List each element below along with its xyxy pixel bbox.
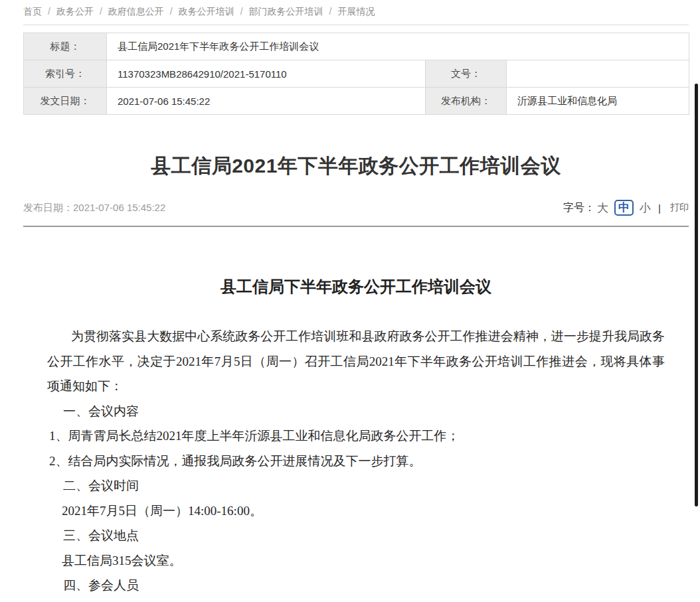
publish-date: 发布日期：2021-07-06 15:45:22 [23,202,165,214]
article-paragraph: 2021年7月5日（周一）14:00-16:00。 [47,498,665,524]
article-meta-row: 发布日期：2021-07-06 15:45:22 字号： 大 中 小 | 打印 [23,200,689,216]
font-size-controls: 字号： 大 中 小 | 打印 [563,200,689,216]
doc-number-label: 文号： [426,60,507,88]
publisher-value: 沂源县工业和信息化局 [507,88,689,115]
article-paragraph: 政务公开工作牵头科室负责同志，各科室科长及相关工作人员。 [47,598,665,602]
font-size-medium-button[interactable]: 中 [614,200,634,216]
breadcrumb-separator: / [329,6,332,17]
title-value: 县工信局2021年下半年政务公开工作培训会议 [107,33,689,60]
article-paragraph: 县工信局315会议室。 [47,548,665,573]
issue-date-value: 2021-07-06 15:45:22 [107,88,426,115]
doc-number-value [507,60,689,88]
breadcrumb-item-5[interactable]: 开展情况 [337,6,375,17]
font-size-label: 字号： [563,201,595,215]
scrollbar-thumb[interactable] [695,84,698,506]
breadcrumb-separator: / [240,6,243,17]
article-paragraph: 一、会议内容 [47,399,665,424]
meta-row-index: 索引号： 11370323MB28642910/2021-5170110 文号： [24,60,689,88]
article-paragraph: 四、参会人员 [47,573,665,598]
breadcrumb-separator: / [100,6,102,17]
font-size-small-button[interactable]: 小 [640,200,651,216]
breadcrumb-item-1[interactable]: 政务公开 [56,6,94,17]
index-number-value: 11370323MB28642910/2021-5170110 [107,60,426,88]
controls-divider: | [658,202,661,214]
meta-row-title: 标题： 县工信局2021年下半年政务公开工作培训会议 [24,33,689,60]
page-container: 首页/政务公开/政府信息公开/政务公开培训/部门政务公开培训/开展情况 标题： … [23,0,689,602]
issue-date-label: 发文日期： [24,88,107,115]
article-paragraph: 1、周青霄局长总结2021年度上半年沂源县工业和信息化局政务公开工作； [47,423,665,449]
page-title: 县工信局2021年下半年政务公开工作培训会议 [23,153,689,179]
print-button[interactable]: 打印 [670,202,689,214]
breadcrumb-item-0[interactable]: 首页 [23,6,42,17]
article-title: 县工信局下半年政务公开工作培训会议 [47,276,665,297]
article: 县工信局下半年政务公开工作培训会议 为贯彻落实县大数据中心系统政务公开工作培训班… [23,276,689,602]
breadcrumb-item-2[interactable]: 政府信息公开 [108,6,164,17]
title-divider [23,226,689,227]
font-size-large-button[interactable]: 大 [597,200,608,216]
breadcrumb-item-4[interactable]: 部门政务公开培训 [249,6,323,17]
article-body: 为贯彻落实县大数据中心系统政务公开工作培训班和县政府政务公开工作推进会精神，进一… [47,324,665,602]
breadcrumb-item-3[interactable]: 政务公开培训 [179,6,234,17]
publisher-label: 发布机构： [426,88,507,115]
breadcrumb-separator: / [170,6,173,17]
meta-row-date: 发文日期： 2021-07-06 15:45:22 发布机构： 沂源县工业和信息… [24,88,689,115]
breadcrumb: 首页/政务公开/政府信息公开/政务公开培训/部门政务公开培训/开展情况 [23,0,689,25]
article-paragraph: 2、结合局内实际情况，通报我局政务公开进展情况及下一步打算。 [47,449,665,474]
document-meta-table: 标题： 县工信局2021年下半年政务公开工作培训会议 索引号： 11370323… [23,33,689,115]
index-number-label: 索引号： [24,60,107,88]
article-paragraph: 三、会议地点 [47,523,665,548]
article-paragraph: 为贯彻落实县大数据中心系统政务公开工作培训班和县政府政务公开工作推进会精神，进一… [47,324,665,399]
breadcrumb-separator: / [48,6,50,17]
title-label: 标题： [24,33,107,60]
article-paragraph: 二、会议时间 [47,473,665,498]
